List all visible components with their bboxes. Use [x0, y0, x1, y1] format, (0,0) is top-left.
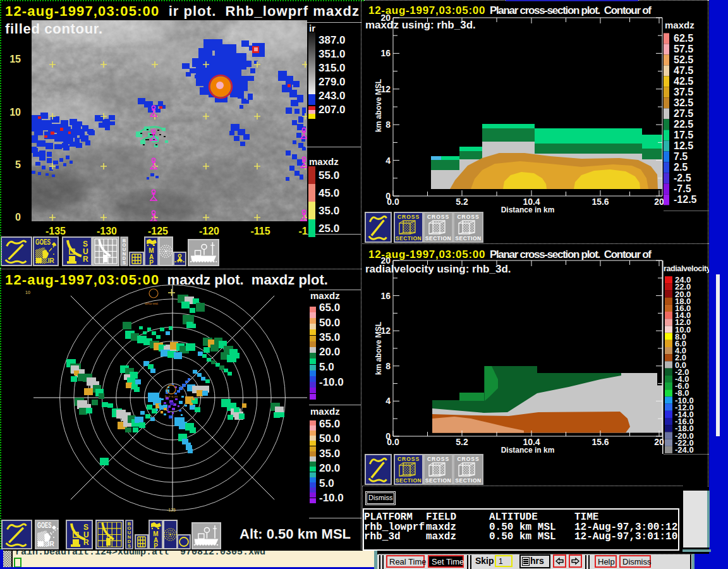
svg-text:37.5: 37.5: [674, 87, 693, 97]
svg-text:GOES: GOES: [35, 238, 51, 247]
svg-text:SECTION: SECTION: [396, 235, 422, 242]
svg-text:b-z-s.m: b-z-s.m: [165, 395, 178, 398]
svg-text:P: P: [149, 259, 154, 266]
svg-text:km above MSL: km above MSL: [374, 322, 383, 375]
svg-text:CROSS: CROSS: [397, 214, 420, 220]
svg-text:P: P: [154, 542, 158, 549]
svg-text:CROSS: CROSS: [457, 456, 479, 462]
svg-text:8: 8: [385, 361, 391, 371]
svg-text:20: 20: [654, 197, 664, 207]
svg-text:SECTION: SECTION: [396, 477, 422, 484]
svg-text:-12.5: -12.5: [674, 194, 697, 205]
svg-text:52.5: 52.5: [674, 54, 693, 65]
svg-text:7.5: 7.5: [674, 151, 688, 162]
svg-text:4: 4: [385, 156, 391, 166]
svg-text:Distance in km: Distance in km: [501, 446, 555, 455]
svg-text:12.5: 12.5: [674, 140, 693, 151]
svg-text:27.5: 27.5: [674, 108, 693, 119]
svg-text:-7.5: -7.5: [674, 183, 691, 194]
svg-text:32.5: 32.5: [674, 97, 693, 108]
svg-text:radialvelocity: radialvelocity: [664, 264, 709, 273]
svg-text:17.5: 17.5: [674, 130, 693, 140]
svg-text:16: 16: [380, 48, 391, 58]
svg-text:5.2: 5.2: [456, 197, 468, 207]
svg-text:.IR: .IR: [46, 541, 55, 548]
svg-text:15.6: 15.6: [592, 437, 609, 447]
svg-text:10: 10: [25, 290, 30, 295]
svg-text:16: 16: [380, 291, 391, 301]
svg-text:CROSS: CROSS: [427, 214, 449, 220]
svg-text:SECTION: SECTION: [425, 235, 451, 242]
svg-text:.IR: .IR: [46, 257, 55, 264]
svg-text:CROSS: CROSS: [397, 456, 420, 462]
svg-text:who-est: who-est: [144, 302, 158, 305]
svg-text:15.6: 15.6: [592, 197, 609, 207]
svg-text:0.0: 0.0: [387, 437, 399, 447]
svg-text:GOES: GOES: [37, 521, 51, 530]
svg-text:2.5: 2.5: [674, 162, 688, 173]
svg-text:0.0: 0.0: [387, 197, 399, 207]
svg-text:Distance in km: Distance in km: [501, 205, 555, 214]
svg-text:22.5: 22.5: [674, 119, 693, 130]
svg-text:SECTION: SECTION: [455, 477, 481, 484]
svg-text:-2.5: -2.5: [674, 173, 691, 183]
svg-text:5.2: 5.2: [456, 437, 468, 447]
svg-text:SECTION: SECTION: [455, 235, 481, 242]
svg-text:-125: -125: [167, 508, 176, 512]
svg-text:SECTION: SECTION: [425, 477, 451, 484]
svg-text:CROSS: CROSS: [457, 214, 479, 220]
svg-text:8: 8: [385, 119, 391, 130]
svg-text:R: R: [83, 538, 89, 547]
svg-text:4: 4: [385, 396, 391, 406]
svg-text:-24.0: -24.0: [675, 445, 694, 455]
svg-text:S: S: [128, 543, 131, 549]
svg-text:R: R: [83, 255, 88, 264]
svg-text:57.5: 57.5: [674, 44, 693, 54]
svg-text:62.5: 62.5: [674, 33, 693, 44]
svg-text:42.5: 42.5: [674, 76, 693, 87]
svg-text:S: S: [123, 260, 126, 266]
svg-text:CROSS: CROSS: [427, 456, 449, 462]
svg-text:km above MSL: km above MSL: [374, 79, 383, 132]
svg-text:47.5: 47.5: [674, 65, 693, 76]
svg-text:maxdz: maxdz: [665, 20, 695, 30]
